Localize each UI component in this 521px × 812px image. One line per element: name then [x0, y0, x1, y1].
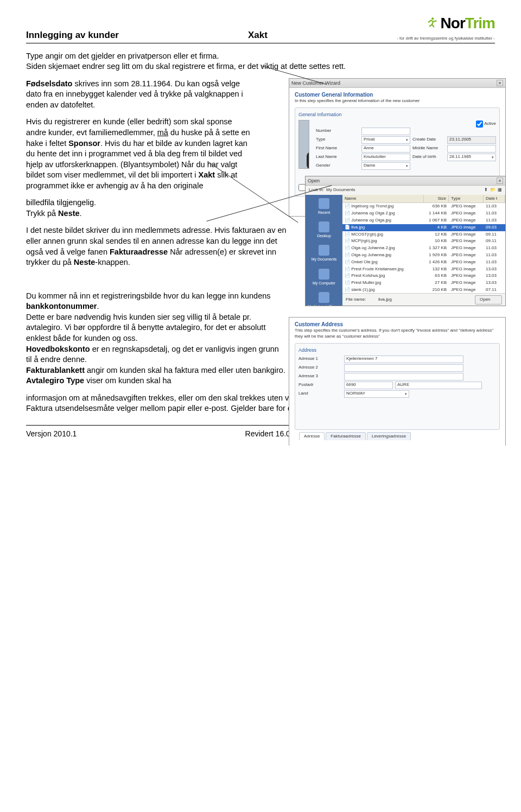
places-item[interactable]: Desktop: [306, 218, 342, 242]
close-icon[interactable]: ×: [497, 177, 503, 184]
type-select[interactable]: Privat: [361, 136, 410, 144]
firstname-field[interactable]: Anne: [361, 145, 410, 153]
tab-adresse[interactable]: Adresse: [299, 432, 325, 441]
places-item[interactable]: My Documents: [306, 242, 342, 265]
intro: Type angir om det gjelder en privatperso…: [26, 51, 495, 72]
dob-field[interactable]: 28.11.1985: [447, 154, 496, 161]
places-item[interactable]: My Computer: [306, 265, 342, 289]
footer-version: Versjon 2010.1: [26, 429, 77, 439]
filename-field[interactable]: liva.jpg: [378, 297, 473, 303]
file-row[interactable]: 📄 Olga og Johanna.jpg1 929 KBJPEG Image1…: [342, 252, 505, 259]
para-sponsor: Hvis du registrerer en kunde (eller bedr…: [26, 117, 254, 191]
address-tabs: Adresse Fakturaadresse Leveringsadresse: [295, 430, 500, 441]
postcode-field[interactable]: 6690: [344, 382, 393, 389]
lastname-field[interactable]: Knutsdotter: [361, 154, 410, 161]
tab-leveringsadresse[interactable]: Leveringsadresse: [367, 432, 411, 441]
content: Type angir om det gjelder en privatperso…: [26, 51, 495, 414]
runner-icon: [424, 16, 439, 30]
close-icon[interactable]: ×: [497, 80, 503, 86]
address1-field[interactable]: Kjellerlemmen 7: [344, 356, 463, 363]
para-billedfila: billedfila tilgjengelig. Trykk på Neste.: [26, 198, 287, 219]
address2-field[interactable]: [344, 364, 463, 372]
cancel-button[interactable]: Cancel: [475, 306, 502, 306]
view-icon[interactable]: ▦: [498, 187, 502, 193]
customer-photo: [298, 120, 309, 169]
active-checkbox[interactable]: [476, 120, 483, 128]
para-bank: Du kommer nå inn et registreringsbilde h…: [26, 291, 287, 386]
file-row[interactable]: 📄 Johanna og Olga 2.jpg1 144 KBJPEG Imag…: [342, 210, 505, 217]
header-title-left: Innlegging av kunder: [26, 29, 119, 42]
postplace-field[interactable]: AURE: [395, 382, 482, 389]
places-bar: RecentDesktopMy DocumentsMy ComputerMy N…: [306, 195, 342, 306]
open-button[interactable]: Open: [475, 295, 502, 304]
file-list[interactable]: Name Size Type Date t 📄 Ingeborg og Tron…: [342, 195, 505, 293]
address3-field[interactable]: [344, 373, 463, 380]
country-select[interactable]: NORWAY: [344, 390, 409, 398]
open-dialog: Open× Look in: My Documents ⬆ 📁 ▦ Recent…: [305, 176, 506, 306]
svg-point-0: [431, 17, 434, 20]
middlename-field[interactable]: [447, 145, 496, 153]
file-row[interactable]: 📄 slank (1).jpg210 KBJPEG Image07.11: [342, 287, 505, 293]
number-field[interactable]: [361, 128, 410, 135]
header-title-mid: Xakt: [248, 29, 268, 42]
para-adresse: I det neste bildet skriver du inn medlem…: [26, 225, 287, 268]
places-item[interactable]: My Network Places: [306, 289, 342, 306]
logo: NorTrim - for drift av treningssentre og…: [397, 13, 495, 42]
file-row[interactable]: 📄 MCP(rgb).jpg10 KBJPEG Image09.11: [342, 238, 505, 245]
svg-rect-5: [307, 152, 309, 169]
tab-fakturaadresse[interactable]: Fakturaadresse: [326, 432, 366, 441]
lookin-select[interactable]: My Documents: [326, 187, 482, 193]
file-row[interactable]: 📄 Prest Muller.jpg27 KBJPEG Image13.03: [342, 280, 505, 287]
file-row[interactable]: 📄 liva.jpg4 KBJPEG Image09.03: [342, 224, 505, 231]
gender-select[interactable]: Dame: [361, 162, 410, 170]
file-row[interactable]: 📄 Onkel Ole.jpg1 426 KBJPEG Image11.03: [342, 259, 505, 266]
file-row[interactable]: 📄 Prest Kolshus.jpg63 KBJPEG Image13.03: [342, 272, 505, 280]
wizard-address: Customer Address This step specifies the…: [289, 317, 506, 446]
places-item[interactable]: Recent: [306, 195, 342, 218]
file-row[interactable]: 📄 Ingeborg og Trond.jpg636 KBJPEG Image1…: [342, 203, 505, 210]
file-row[interactable]: 📄 Prest Frode Kristiansen.jpg132 KBJPEG …: [342, 266, 505, 273]
newfolder-icon[interactable]: 📁: [490, 187, 495, 193]
page-header: Innlegging av kunder Xakt NorTrim - for …: [26, 13, 495, 43]
para-fodselsdato: Fødselsdato skrives inn som 28.11.1964. …: [26, 79, 254, 111]
file-row[interactable]: 📄 Olga og Johanna 2.jpg1 327 KBJPEG Imag…: [342, 245, 505, 252]
file-row[interactable]: 📄 Johanna og Olga.jpg1 067 KBJPEG Image1…: [342, 217, 505, 224]
heading: Customer General Information: [295, 91, 500, 99]
up-icon[interactable]: ⬆: [484, 187, 488, 193]
file-row[interactable]: 📄 MCOST(rgb).jpg12 KBJPEG Image09.11: [342, 231, 505, 238]
